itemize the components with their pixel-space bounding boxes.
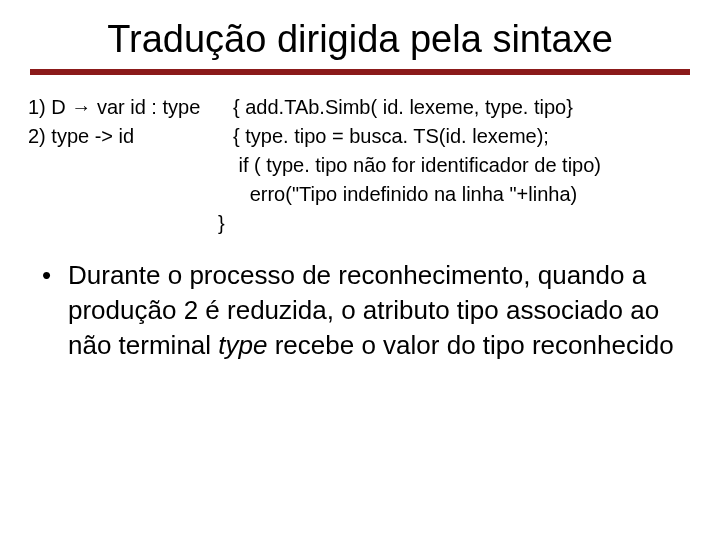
grammar-close-brace: } bbox=[28, 209, 692, 238]
bullet-text: Durante o processo de reconhecimento, qu… bbox=[68, 258, 682, 363]
grammar-line-3: if ( type. tipo não for identificador de… bbox=[28, 151, 692, 180]
grammar-lhs-2: 2) type -> id bbox=[28, 122, 233, 151]
grammar-block: 1) D → var id : type { add.TAb.Simb( id.… bbox=[28, 93, 692, 238]
grammar-lhs-1: 1) D → var id : type bbox=[28, 93, 233, 122]
grammar-rhs-2: { type. tipo = busca. TS(id. lexeme); bbox=[233, 122, 549, 151]
title-underline bbox=[30, 69, 690, 75]
slide: Tradução dirigida pela sintaxe 1) D → va… bbox=[0, 0, 720, 540]
bullet-item: • Durante o processo de reconhecimento, … bbox=[28, 252, 692, 363]
grammar-rhs-1: { add.TAb.Simb( id. lexeme, type. tipo} bbox=[233, 93, 573, 122]
bullet-dot-icon: • bbox=[42, 258, 68, 363]
grammar-line-4: erro("Tipo indefinido na linha "+linha) bbox=[28, 180, 692, 209]
grammar-row-1: 1) D → var id : type { add.TAb.Simb( id.… bbox=[28, 93, 692, 122]
grammar-row-2: 2) type -> id { type. tipo = busca. TS(i… bbox=[28, 122, 692, 151]
slide-title: Tradução dirigida pela sintaxe bbox=[28, 12, 692, 69]
bullet-text-post: recebe o valor do tipo reconhecido bbox=[267, 330, 673, 360]
bullet-text-em: type bbox=[218, 330, 267, 360]
